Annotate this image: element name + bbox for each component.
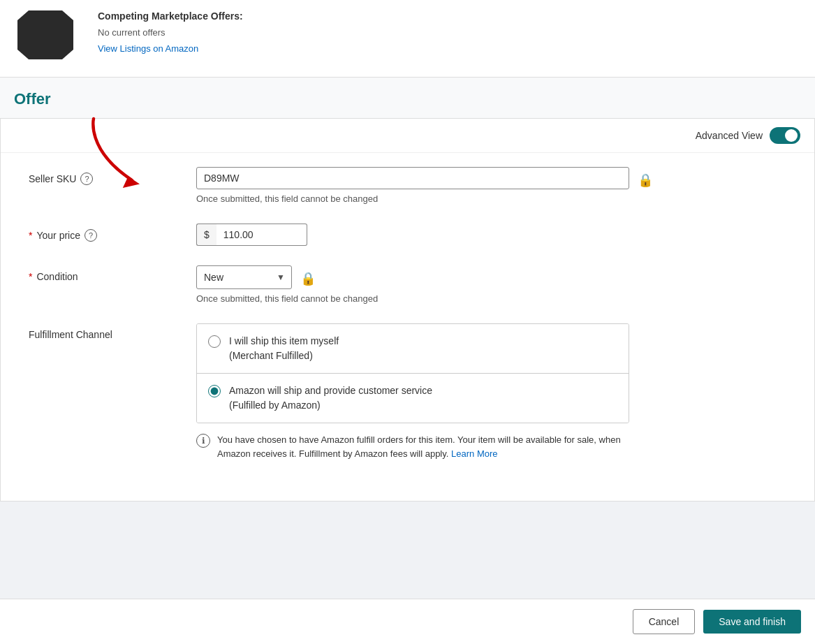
footer-bar: Cancel Save and finish	[0, 599, 815, 644]
advanced-view-bar: Advanced View	[1, 119, 814, 153]
cancel-button[interactable]: Cancel	[633, 609, 696, 634]
info-icon: ℹ	[196, 434, 210, 448]
save-finish-button[interactable]: Save and finish	[703, 610, 801, 634]
fulfillment-info: ℹ You have chosen to have Amazon fulfill…	[196, 433, 629, 460]
condition-lock-icon: 🔒	[300, 271, 316, 286]
fulfillment-label-col: Fulfillment Channel	[29, 323, 182, 340]
your-price-label: Your price	[36, 230, 80, 241]
seller-sku-help-icon[interactable]: ?	[80, 173, 93, 185]
fulfillment-info-text: You have chosen to have Amazon fulfill o…	[217, 433, 629, 460]
fulfillment-row: Fulfillment Channel I will ship this ite…	[29, 323, 786, 460]
fulfillment-merchant-sublabel: (Merchant Fulfilled)	[229, 349, 339, 363]
seller-sku-input[interactable]	[196, 167, 629, 189]
offer-section: Offer Advanced View Seller SKU ?	[0, 78, 815, 502]
fulfillment-merchant-text: I will ship this item myself (Merchant F…	[229, 334, 339, 363]
view-listings-link[interactable]: View Listings on Amazon	[98, 43, 243, 54]
offer-title: Offer	[14, 90, 801, 108]
seller-sku-input-group: 🔒	[196, 167, 786, 189]
condition-note: Once submitted, this field cannot be cha…	[196, 293, 786, 304]
product-image	[14, 7, 77, 63]
fulfillment-radio-amazon[interactable]	[208, 385, 221, 397]
price-input-group: $	[196, 224, 336, 246]
seller-sku-input-col: 🔒 Once submitted, this field cannot be c…	[196, 167, 786, 204]
learn-more-link[interactable]: Learn More	[451, 448, 497, 459]
condition-lock: 🔒	[298, 265, 318, 286]
product-thumbnail	[17, 10, 73, 59]
price-required-star: *	[29, 230, 32, 241]
seller-sku-note: Once submitted, this field cannot be cha…	[196, 193, 786, 204]
fulfillment-amazon-sublabel: (Fulfilled by Amazon)	[229, 398, 432, 413]
price-input[interactable]	[216, 224, 307, 246]
advanced-view-label: Advanced View	[696, 130, 763, 141]
fulfillment-merchant-label: I will ship this item myself	[229, 334, 339, 349]
condition-label-col: * Condition	[29, 265, 182, 282]
your-price-row: * Your price ? $	[29, 224, 786, 246]
fulfillment-label: Fulfillment Channel	[29, 329, 112, 340]
your-price-input-col: $	[196, 224, 786, 246]
fulfillment-options: I will ship this item myself (Merchant F…	[196, 323, 629, 423]
fulfillment-amazon-text: Amazon will ship and provide customer se…	[229, 383, 432, 413]
condition-required-star: *	[29, 271, 32, 282]
form-area: Seller SKU ? 🔒 Once submitted, this fiel…	[1, 153, 814, 501]
condition-select-wrapper: New Used - Like New Used - Very Good Use…	[196, 265, 292, 289]
your-price-help-icon[interactable]: ?	[85, 229, 97, 242]
top-section: Competing Marketplace Offers: No current…	[0, 0, 815, 78]
seller-sku-label-col: Seller SKU ?	[29, 167, 182, 185]
fulfillment-amazon-label: Amazon will ship and provide customer se…	[229, 383, 432, 398]
condition-select-group: New Used - Like New Used - Very Good Use…	[196, 265, 786, 289]
no-offers-text: No current offers	[98, 27, 243, 38]
competing-title: Competing Marketplace Offers:	[98, 10, 243, 22]
fulfillment-radio-merchant[interactable]	[208, 335, 221, 348]
fulfillment-option-amazon[interactable]: Amazon will ship and provide customer se…	[197, 374, 629, 423]
fulfillment-input-col: I will ship this item myself (Merchant F…	[196, 323, 786, 460]
advanced-view-toggle[interactable]	[770, 127, 800, 144]
offer-content: Advanced View Seller SKU ? 🔒	[0, 118, 815, 502]
condition-label: Condition	[36, 271, 78, 282]
fulfillment-option-merchant[interactable]: I will ship this item myself (Merchant F…	[197, 324, 629, 374]
toggle-slider	[770, 127, 800, 144]
currency-symbol: $	[196, 224, 216, 246]
condition-select[interactable]: New Used - Like New Used - Very Good Use…	[196, 265, 292, 289]
offer-header: Offer	[0, 78, 815, 118]
condition-row: * Condition New Used - Like New Used - V…	[29, 265, 786, 304]
condition-input-col: New Used - Like New Used - Very Good Use…	[196, 265, 786, 304]
seller-sku-lock: 🔒	[635, 167, 656, 188]
lock-icon: 🔒	[638, 173, 653, 188]
seller-sku-row: Seller SKU ? 🔒 Once submitted, this fiel…	[29, 167, 786, 204]
your-price-label-col: * Your price ?	[29, 224, 182, 242]
seller-sku-label: Seller SKU	[29, 173, 76, 184]
product-info: Competing Marketplace Offers: No current…	[98, 7, 243, 54]
